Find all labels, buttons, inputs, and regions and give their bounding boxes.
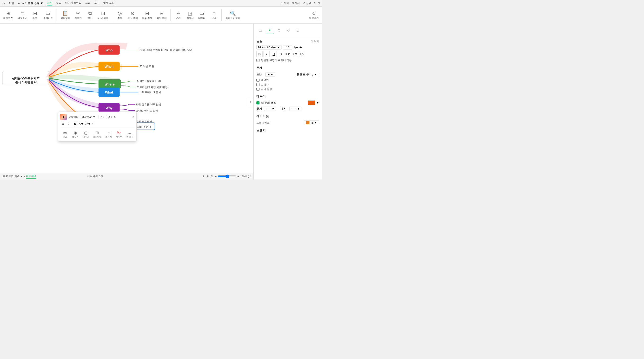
font-increase-btn[interactable]: A+ — [294, 46, 298, 49]
ft-layout-tool[interactable]: ⊞ 레이아웃 — [92, 130, 103, 140]
floating-btn[interactable]: ⊞ 부동 주제 — [141, 10, 154, 21]
ft-connector-tool[interactable]: ⦿ 커넥터 — [114, 130, 124, 140]
corner-selector[interactable]: 둥근 모서리 ┐▼ — [295, 72, 319, 77]
copy-tb-btn[interactable]: ⧉ 복사 — [85, 10, 95, 20]
panel-tab-shape[interactable]: ▭ — [256, 26, 264, 34]
export-btn[interactable]: ⎋ 내보내기 — [308, 10, 320, 20]
panel-collapse-btn[interactable]: › — [248, 97, 253, 106]
border-color-arrow[interactable]: ▼ — [316, 101, 319, 104]
width-checkbox[interactable] — [256, 88, 260, 91]
border-dash-select[interactable]: ——▼ — [289, 106, 302, 111]
ft-underline[interactable]: U — [72, 121, 78, 126]
kanban-btn[interactable]: ⊟ 칸반 — [30, 10, 40, 21]
border-width-select[interactable]: ——▼ — [264, 106, 276, 111]
print-btn[interactable]: ⎙ — [34, 2, 36, 5]
ft-branch-tool[interactable]: ⌥ 브랜치 — [104, 130, 113, 140]
ft-bold[interactable]: B — [60, 121, 65, 126]
view-toggle-icon[interactable]: ⊟ — [6, 175, 8, 178]
apply-same-checkbox[interactable] — [256, 59, 260, 62]
font-more-btn[interactable]: 더 보기 — [311, 40, 319, 43]
file-menu[interactable]: 파일 — [9, 2, 14, 5]
action5-btn[interactable]: ⊠ — [31, 2, 34, 5]
align-btn[interactable]: ≡▼ — [285, 51, 291, 57]
share-btn[interactable]: ↗ 공유 — [302, 2, 311, 5]
shadow-checkbox[interactable] — [256, 83, 260, 86]
ft-more-format[interactable]: ✦ — [92, 122, 94, 126]
shape-selector[interactable]: ⊞▼ — [266, 72, 275, 77]
slide-btn[interactable]: ▭ 슬라이드 — [42, 10, 54, 21]
ft-color-btn[interactable]: A▼ — [78, 122, 84, 126]
more-btn[interactable]: ▼ — [40, 2, 43, 5]
topic-btn[interactable]: ◎ 주제 — [114, 10, 125, 21]
multi-topic-btn[interactable]: ⊟ 여러 주제 — [155, 10, 168, 21]
tab-view[interactable]: 보기 — [94, 1, 100, 6]
canvas[interactable]: 신제품 '스마트워치 X' 출시 마케팅 전략 Who 20대~30대 초반의 … — [0, 24, 253, 180]
fill-checkbox[interactable] — [256, 78, 260, 82]
ft-size-decrease[interactable]: A- — [114, 116, 116, 118]
window-ctrl[interactable]: ▽ — [318, 2, 320, 5]
tab-advanced[interactable]: 고급 — [85, 1, 90, 6]
ft-close[interactable]: ✕ — [132, 115, 134, 119]
bold-btn[interactable]: B — [256, 51, 262, 57]
outline-btn[interactable]: ≡ 아웃라인 — [16, 10, 29, 20]
border-color-picker[interactable] — [308, 100, 315, 105]
page-arrow[interactable]: ▼ — [20, 175, 23, 178]
framework-selector[interactable]: ⊞▼ — [304, 120, 319, 125]
underline-btn[interactable]: U — [270, 51, 277, 57]
ft-highlight-btn[interactable]: 🖊▼ — [85, 122, 91, 126]
add-page-btn[interactable]: + — [24, 175, 25, 178]
ft-size-input[interactable] — [98, 115, 107, 119]
relation-btn[interactable]: ↔ 관계 — [173, 10, 184, 20]
ft-more-tool[interactable]: … 더 보기 — [124, 130, 134, 140]
font-decrease-btn[interactable]: A- — [299, 46, 302, 49]
font-name-select[interactable]: Microsoft YaHei ▼ — [256, 45, 282, 50]
find-btn[interactable]: 🔍 찾기 & 바꾸기 — [224, 10, 242, 21]
italic-btn[interactable]: I — [264, 51, 270, 57]
tab-insert[interactable]: 삽입 — [56, 1, 61, 6]
frame-icon[interactable]: ⊞ — [206, 175, 208, 178]
mindmap-btn[interactable]: ⊞ 마인드 맵 — [2, 10, 15, 21]
font-color-btn[interactable]: A▼ — [292, 51, 298, 57]
ft-size-increase[interactable]: A+ — [108, 115, 112, 119]
display-icon[interactable]: ⊟ — [210, 175, 212, 178]
paste-btn[interactable]: 📋 붙여넣기 — [59, 10, 72, 21]
text-style-btn[interactable]: ab- — [299, 51, 305, 57]
undo-btn[interactable]: ↩ — [18, 2, 20, 5]
panel-tab-style[interactable]: ✦ — [266, 26, 274, 34]
zoom-in-btn[interactable]: + — [238, 174, 239, 178]
strikethrough-btn[interactable]: S — [278, 51, 284, 57]
zoom-out-btn[interactable]: − — [214, 174, 216, 178]
fullscreen-btn[interactable]: ⛶ — [248, 175, 250, 178]
ft-fill-tool[interactable]: ◉ 채우기 — [70, 130, 80, 140]
fit-icon[interactable]: ⊕ — [202, 175, 204, 178]
panel-tab-time[interactable]: ⏱ — [294, 26, 302, 34]
cut-btn[interactable]: ✂ 자르기 — [73, 10, 83, 21]
ft-shape-tool[interactable]: ▭ 모양 — [60, 130, 70, 140]
back-arrow[interactable]: ‹ — [2, 2, 3, 5]
callout-btn[interactable]: ◳ 설명선 — [185, 10, 195, 21]
copy-btn[interactable]: ⎘ — [38, 2, 39, 5]
generate-btn[interactable]: 생성하다 — [68, 115, 78, 119]
help-btn[interactable]: ? — [314, 2, 315, 5]
ft-italic[interactable]: I — [66, 121, 72, 126]
forward-arrow[interactable]: › — [4, 2, 5, 5]
ft-font-select[interactable]: Microsoft ▼ — [80, 115, 97, 119]
pitch-btn[interactable]: ✈ 피치 — [281, 2, 289, 5]
tab-page-style[interactable]: 페이지 스타일 — [65, 1, 82, 6]
active-page-tab[interactable]: 페이지-1 — [26, 174, 36, 178]
format-copy-btn[interactable]: ⊡ 서식 복사 — [96, 10, 110, 21]
tab-all[interactable]: 일체 포함 — [103, 1, 114, 6]
panel-tab-emoji[interactable]: ☺ — [275, 26, 283, 34]
post-btn[interactable]: ✉ 게시 — [292, 2, 300, 5]
summary-btn[interactable]: ≡ 요약 — [208, 10, 219, 20]
redo-btn[interactable]: ↪ — [21, 2, 24, 5]
zoom-slider[interactable] — [218, 174, 236, 178]
action3-btn[interactable]: ⤴ — [25, 2, 26, 5]
panel-tab-user[interactable]: ☺ — [285, 26, 292, 34]
font-size-input[interactable] — [283, 45, 292, 50]
subtopic-btn[interactable]: ⊙ 서브 주제 — [126, 10, 140, 21]
ft-border-tool[interactable]: ▢ 테두리 — [81, 130, 90, 140]
action4-btn[interactable]: ⊞ — [28, 2, 30, 5]
tab-start[interactable]: 시작 — [47, 1, 52, 6]
border-btn[interactable]: ▭ 테두리 — [197, 10, 207, 21]
